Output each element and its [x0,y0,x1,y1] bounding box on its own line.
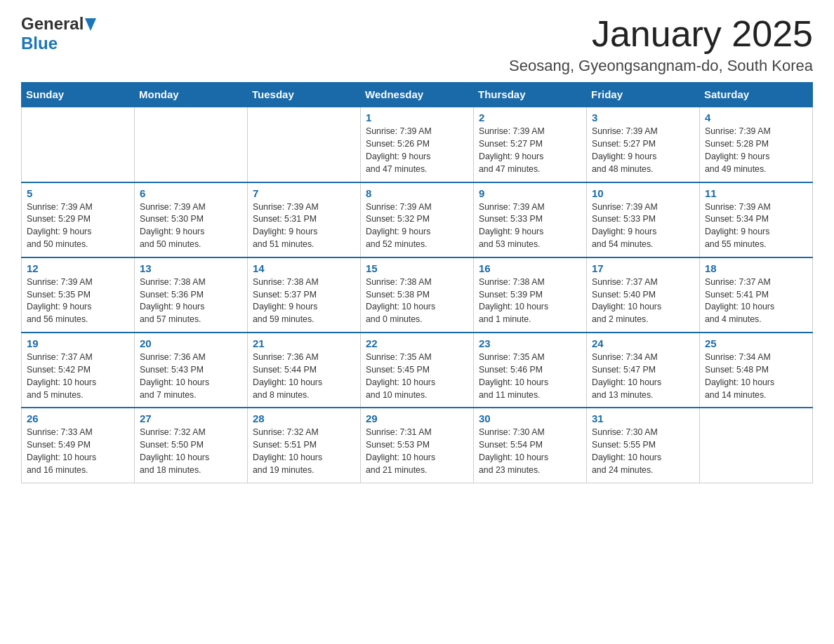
day-info: Sunrise: 7:30 AMSunset: 5:55 PMDaylight:… [592,427,694,476]
table-row: 22Sunrise: 7:35 AMSunset: 5:45 PMDayligh… [361,333,474,408]
day-number: 16 [479,262,581,274]
day-number: 5 [27,187,129,199]
svg-marker-0 [85,18,96,31]
col-tuesday: Tuesday [248,83,361,107]
day-number: 26 [27,412,129,424]
day-info: Sunrise: 7:39 AMSunset: 5:33 PMDaylight:… [592,201,694,251]
day-info: Sunrise: 7:32 AMSunset: 5:50 PMDaylight:… [140,427,242,476]
col-wednesday: Wednesday [361,83,474,107]
table-row: 23Sunrise: 7:35 AMSunset: 5:46 PMDayligh… [474,333,587,408]
calendar-table: Sunday Monday Tuesday Wednesday Thursday… [21,82,813,483]
col-monday: Monday [135,83,248,107]
page-title: January 2025 [509,14,813,54]
day-info: Sunrise: 7:39 AMSunset: 5:33 PMDaylight:… [479,201,581,251]
day-number: 11 [705,187,807,199]
day-info: Sunrise: 7:39 AMSunset: 5:28 PMDaylight:… [705,126,807,175]
day-number: 31 [592,412,694,424]
page-subtitle: Seosang, Gyeongsangnam-do, South Korea [509,57,813,75]
calendar-week-row: 12Sunrise: 7:39 AMSunset: 5:35 PMDayligh… [22,257,813,333]
day-number: 9 [479,187,581,199]
table-row: 14Sunrise: 7:38 AMSunset: 5:37 PMDayligh… [248,257,361,333]
table-row: 18Sunrise: 7:37 AMSunset: 5:41 PMDayligh… [700,257,813,333]
day-number: 14 [253,262,355,274]
table-row: 16Sunrise: 7:38 AMSunset: 5:39 PMDayligh… [474,257,587,333]
day-number: 12 [27,262,129,274]
table-row: 1Sunrise: 7:39 AMSunset: 5:26 PMDaylight… [361,107,474,182]
day-info: Sunrise: 7:34 AMSunset: 5:48 PMDaylight:… [705,351,807,401]
day-number: 1 [366,112,468,123]
table-row: 21Sunrise: 7:36 AMSunset: 5:44 PMDayligh… [248,333,361,408]
day-info: Sunrise: 7:36 AMSunset: 5:43 PMDaylight:… [140,351,242,401]
table-row: 7Sunrise: 7:39 AMSunset: 5:31 PMDaylight… [248,182,361,257]
day-info: Sunrise: 7:38 AMSunset: 5:39 PMDaylight:… [479,276,581,326]
day-number: 3 [592,112,694,123]
col-thursday: Thursday [474,83,587,107]
col-sunday: Sunday [22,83,135,107]
day-number: 18 [705,262,807,274]
table-row: 17Sunrise: 7:37 AMSunset: 5:40 PMDayligh… [587,257,700,333]
day-number: 30 [479,412,581,424]
day-info: Sunrise: 7:39 AMSunset: 5:32 PMDaylight:… [366,201,468,251]
day-number: 25 [705,337,807,349]
day-number: 10 [592,187,694,199]
col-saturday: Saturday [700,83,813,107]
table-row: 28Sunrise: 7:32 AMSunset: 5:51 PMDayligh… [248,408,361,483]
day-info: Sunrise: 7:39 AMSunset: 5:26 PMDaylight:… [366,126,468,175]
day-number: 29 [366,412,468,424]
day-info: Sunrise: 7:39 AMSunset: 5:31 PMDaylight:… [253,201,355,251]
table-row: 10Sunrise: 7:39 AMSunset: 5:33 PMDayligh… [587,182,700,257]
day-info: Sunrise: 7:32 AMSunset: 5:51 PMDaylight:… [253,427,355,476]
table-row: 6Sunrise: 7:39 AMSunset: 5:30 PMDaylight… [135,182,248,257]
table-row: 27Sunrise: 7:32 AMSunset: 5:50 PMDayligh… [135,408,248,483]
table-row: 9Sunrise: 7:39 AMSunset: 5:33 PMDaylight… [474,182,587,257]
logo-general-text: General [21,14,84,34]
day-info: Sunrise: 7:38 AMSunset: 5:36 PMDaylight:… [140,276,242,326]
table-row: 25Sunrise: 7:34 AMSunset: 5:48 PMDayligh… [700,333,813,408]
title-block: January 2025 Seosang, Gyeongsangnam-do, … [509,14,813,75]
logo-blue-text: Blue [21,34,58,53]
day-number: 20 [140,337,242,349]
day-number: 28 [253,412,355,424]
day-info: Sunrise: 7:39 AMSunset: 5:27 PMDaylight:… [479,126,581,175]
day-info: Sunrise: 7:30 AMSunset: 5:54 PMDaylight:… [479,427,581,476]
calendar-week-row: 19Sunrise: 7:37 AMSunset: 5:42 PMDayligh… [22,333,813,408]
day-info: Sunrise: 7:39 AMSunset: 5:29 PMDaylight:… [27,201,129,251]
table-row: 2Sunrise: 7:39 AMSunset: 5:27 PMDaylight… [474,107,587,182]
table-row [22,107,135,182]
day-number: 13 [140,262,242,274]
table-row: 5Sunrise: 7:39 AMSunset: 5:29 PMDaylight… [22,182,135,257]
table-row: 31Sunrise: 7:30 AMSunset: 5:55 PMDayligh… [587,408,700,483]
day-number: 27 [140,412,242,424]
table-row: 12Sunrise: 7:39 AMSunset: 5:35 PMDayligh… [22,257,135,333]
day-number: 23 [479,337,581,349]
day-number: 19 [27,337,129,349]
table-row: 11Sunrise: 7:39 AMSunset: 5:34 PMDayligh… [700,182,813,257]
day-number: 6 [140,187,242,199]
table-row: 26Sunrise: 7:33 AMSunset: 5:49 PMDayligh… [22,408,135,483]
day-info: Sunrise: 7:35 AMSunset: 5:46 PMDaylight:… [479,351,581,401]
table-row [700,408,813,483]
day-info: Sunrise: 7:36 AMSunset: 5:44 PMDaylight:… [253,351,355,401]
table-row: 4Sunrise: 7:39 AMSunset: 5:28 PMDaylight… [700,107,813,182]
calendar-week-row: 5Sunrise: 7:39 AMSunset: 5:29 PMDaylight… [22,182,813,257]
day-info: Sunrise: 7:37 AMSunset: 5:41 PMDaylight:… [705,276,807,326]
table-row [248,107,361,182]
col-friday: Friday [587,83,700,107]
table-row: 3Sunrise: 7:39 AMSunset: 5:27 PMDaylight… [587,107,700,182]
table-row: 20Sunrise: 7:36 AMSunset: 5:43 PMDayligh… [135,333,248,408]
table-row: 19Sunrise: 7:37 AMSunset: 5:42 PMDayligh… [22,333,135,408]
calendar-week-row: 1Sunrise: 7:39 AMSunset: 5:26 PMDaylight… [22,107,813,182]
table-row: 15Sunrise: 7:38 AMSunset: 5:38 PMDayligh… [361,257,474,333]
day-info: Sunrise: 7:33 AMSunset: 5:49 PMDaylight:… [27,427,129,476]
day-info: Sunrise: 7:31 AMSunset: 5:53 PMDaylight:… [366,427,468,476]
day-info: Sunrise: 7:39 AMSunset: 5:34 PMDaylight:… [705,201,807,251]
day-number: 7 [253,187,355,199]
calendar-header-row: Sunday Monday Tuesday Wednesday Thursday… [22,83,813,107]
day-number: 21 [253,337,355,349]
day-number: 8 [366,187,468,199]
table-row: 24Sunrise: 7:34 AMSunset: 5:47 PMDayligh… [587,333,700,408]
day-info: Sunrise: 7:39 AMSunset: 5:27 PMDaylight:… [592,126,694,175]
logo-arrow-icon [85,18,96,31]
day-info: Sunrise: 7:38 AMSunset: 5:38 PMDaylight:… [366,276,468,326]
day-number: 24 [592,337,694,349]
